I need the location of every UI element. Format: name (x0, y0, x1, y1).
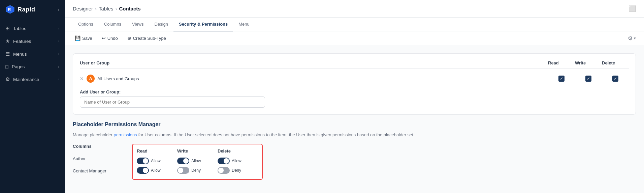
author-read-label: Allow (151, 159, 161, 163)
logo-text: Rapid (18, 6, 35, 13)
delete-checkbox[interactable]: ✓ (612, 76, 618, 82)
create-sub-type-button[interactable]: ⊕ Create Sub-Type (125, 34, 168, 42)
write-checkbox[interactable]: ✓ (585, 76, 591, 82)
table-row: ✕ A All Users and Groups ✓ ✓ ✓ (80, 72, 629, 85)
tab-security[interactable]: Security & Permissions (173, 18, 233, 31)
menus-icon: ☰ (5, 51, 10, 57)
permissions-section: User or Group Read Write Delete ✕ A All … (73, 53, 636, 115)
write-checkbox-cell: ✓ (575, 76, 602, 82)
tab-design[interactable]: Design (149, 18, 173, 31)
contact-delete-toggle[interactable] (218, 167, 230, 174)
author-delete-toggle-group: Allow (218, 158, 258, 164)
content-area: User or Group Read Write Delete ✕ A All … (65, 45, 644, 193)
breadcrumb-sep-2: › (115, 6, 117, 11)
breadcrumb-current: Contacts (119, 6, 140, 11)
sidebar-item-tables[interactable]: ⊞ Tables › (0, 22, 65, 35)
placeholder-permissions-section: Placeholder Permissions Manager Manage p… (73, 121, 636, 180)
breadcrumb: Designer › Tables › Contacts (73, 6, 141, 11)
contact-delete-toggle-group: Deny (218, 167, 258, 174)
tab-bar: Options Columns Views Design Security & … (65, 18, 644, 31)
col-user-group: User or Group (80, 60, 548, 65)
add-user-label: Add User or Group: (80, 89, 629, 94)
sidebar-item-menus[interactable]: ☰ Menus › (0, 48, 65, 60)
toggle-knob (178, 168, 183, 173)
settings-button[interactable]: ⚙ ▾ (628, 35, 636, 42)
read-checkbox[interactable]: ✓ (558, 76, 565, 82)
pages-icon: □ (5, 64, 8, 70)
author-write-label: Allow (191, 159, 201, 163)
chat-icon-button[interactable]: ⬜ (629, 5, 636, 12)
sidebar-item-label: Maintenance (13, 77, 39, 82)
breadcrumb-sep-1: › (95, 6, 97, 11)
undo-button[interactable]: ↩ Undo (100, 34, 120, 42)
user-group-cell: ✕ A All Users and Groups (80, 75, 548, 83)
sidebar-collapse-button[interactable]: ‹ (58, 7, 59, 12)
breadcrumb-designer[interactable]: Designer (73, 6, 93, 11)
list-item: Contact Manager (73, 165, 127, 177)
list-item: Author (73, 153, 127, 165)
sidebar-item-label: Features (13, 39, 31, 44)
author-write-toggle-group: Allow (177, 158, 218, 164)
placeholder-section-title: Placeholder Permissions Manager (73, 121, 636, 128)
main-content: Designer › Tables › Contacts ⬜ Options C… (65, 0, 644, 193)
contact-read-label: Allow (151, 168, 161, 173)
features-icon: ★ (5, 38, 10, 44)
col-write: Write (575, 60, 602, 65)
tab-columns[interactable]: Columns (99, 18, 127, 31)
add-user-input[interactable] (80, 96, 265, 108)
toggle-knob (143, 168, 148, 173)
col-delete: Delete (602, 60, 629, 65)
contact-read-toggle-group: Allow (137, 167, 177, 174)
sidebar-item-label: Pages (12, 64, 25, 69)
sidebar-logo: R Rapid ‹ (0, 0, 65, 19)
save-icon: 💾 (75, 35, 80, 41)
permissions-table-header: User or Group Read Write Delete (80, 60, 629, 68)
tab-views[interactable]: Views (127, 18, 149, 31)
contact-delete-label: Deny (232, 168, 241, 173)
box-col-write: Write (177, 148, 218, 154)
toggle-knob (218, 168, 224, 173)
permissions-link[interactable]: permissions (114, 132, 137, 137)
chevron-down-icon: ▾ (634, 36, 636, 40)
user-name: All Users and Groups (97, 76, 139, 81)
tab-options[interactable]: Options (73, 18, 99, 31)
chevron-right-icon: › (58, 77, 59, 81)
tab-menu[interactable]: Menu (233, 18, 255, 31)
chevron-right-icon: › (58, 65, 59, 69)
sidebar-item-features[interactable]: ★ Features › (0, 35, 65, 48)
box-col-read: Read (137, 148, 177, 154)
box-col-delete: Delete (218, 148, 258, 154)
toggle-knob (224, 158, 229, 164)
sidebar-item-maintenance[interactable]: ⚙ Maintenance › (0, 73, 65, 86)
remove-user-button[interactable]: ✕ (80, 76, 84, 81)
save-button[interactable]: 💾 Save (73, 34, 94, 42)
contact-read-toggle[interactable] (137, 167, 149, 174)
header: Designer › Tables › Contacts ⬜ (65, 0, 644, 18)
breadcrumb-tables[interactable]: Tables (99, 6, 113, 11)
contact-write-label: Deny (191, 168, 201, 173)
gear-icon: ⚙ (628, 35, 633, 42)
chevron-right-icon: › (58, 26, 59, 30)
header-actions: ⬜ (629, 5, 636, 12)
author-delete-toggle[interactable] (218, 158, 230, 164)
sidebar-nav: ⊞ Tables › ★ Features › ☰ Menus › □ Page… (0, 19, 65, 193)
sidebar-item-label: Tables (13, 26, 26, 31)
author-read-toggle[interactable] (137, 158, 149, 164)
sidebar: R Rapid ‹ ⊞ Tables › ★ Features › ☰ Menu… (0, 0, 65, 193)
author-write-toggle[interactable] (177, 158, 189, 164)
toolbar: 💾 Save ↩ Undo ⊕ Create Sub-Type ⚙ ▾ (65, 31, 644, 45)
columns-title: Columns (73, 144, 127, 149)
sidebar-item-label: Menus (13, 52, 27, 57)
sidebar-item-pages[interactable]: □ Pages › (0, 60, 65, 73)
maintenance-icon: ⚙ (5, 76, 10, 82)
contact-write-toggle[interactable] (177, 167, 189, 174)
delete-checkbox-cell: ✓ (602, 76, 629, 82)
chevron-right-icon: › (58, 52, 59, 56)
permissions-box: Read Write Delete Allow (132, 144, 263, 180)
placeholder-info-text: Manage placeholder permissions for User … (73, 132, 636, 138)
permissions-box-header: Read Write Delete (137, 148, 258, 154)
author-read-toggle-group: Allow (137, 158, 177, 164)
svg-text:R: R (8, 7, 11, 12)
logo-icon: R (5, 5, 15, 14)
add-user-section: Add User or Group: (80, 89, 629, 108)
